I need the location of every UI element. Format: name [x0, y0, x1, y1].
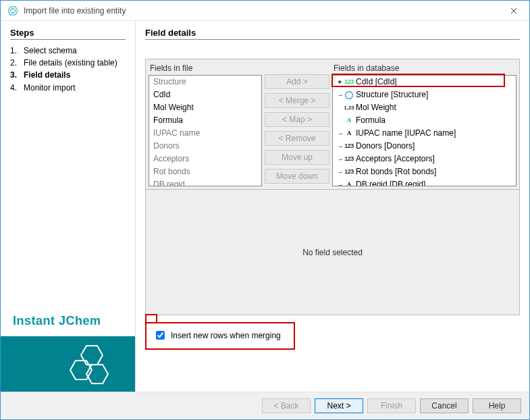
wizard-footer: < Back Next > Finish Cancel Help [1, 392, 529, 419]
move-up-button[interactable]: Move up [265, 150, 329, 165]
list-item[interactable]: IUPAC name [149, 127, 261, 140]
help-button[interactable]: Help [473, 398, 521, 413]
content-heading: Field details [145, 28, 520, 40]
steps-list: 1.Select schema 2.File details (existing… [10, 45, 126, 93]
step-4: 4.Monitor import [10, 82, 126, 93]
app-icon [7, 5, 18, 16]
close-button[interactable] [498, 1, 529, 21]
steps-heading: Steps [10, 28, 126, 40]
window-title: Import file into existing entity [24, 6, 498, 16]
step-3: 3.Field details [10, 70, 126, 80]
list-item[interactable]: →AIUPAC name [IUPAC name] [333, 127, 516, 140]
finish-button[interactable]: Finish [367, 398, 416, 413]
add-button[interactable]: Add > [265, 74, 329, 89]
list-item[interactable]: →ADB regid [DB regid] [333, 178, 516, 186]
list-item[interactable]: Formula [149, 114, 261, 127]
fields-mapping-area: Fields in file StructureCdIdMol WeightFo… [145, 59, 520, 190]
list-item[interactable]: Acceptors [149, 153, 261, 165]
map-button[interactable]: < Map > [265, 112, 329, 127]
list-item[interactable]: Mol Weight [149, 101, 261, 114]
brand-name: Instant JChem [1, 306, 135, 336]
fields-in-file-list[interactable]: StructureCdIdMol WeightFormulaIUPAC name… [149, 75, 262, 186]
insert-rows-checkbox[interactable] [156, 331, 165, 340]
remove-button[interactable]: < Remove [265, 131, 329, 146]
list-item[interactable]: →123Rot bonds [Rot bonds] [333, 165, 516, 178]
next-button[interactable]: Next > [315, 398, 363, 413]
wizard-sidebar: Steps 1.Select schema 2.File details (ex… [1, 21, 136, 392]
step-1: 1.Select schema [10, 45, 126, 56]
fields-in-database-list[interactable]: ✦123CdId [CdId]→Structure [Structure]1,2… [332, 75, 516, 186]
list-item[interactable]: 1,23Mol Weight [333, 101, 516, 114]
svg-marker-2 [81, 346, 103, 365]
cancel-button[interactable]: Cancel [420, 398, 469, 413]
list-item[interactable]: ✦123CdId [CdId] [333, 76, 516, 88]
list-item[interactable]: Rot bonds [149, 165, 261, 178]
insert-rows-checkbox-label[interactable]: Insert new rows when merging [153, 329, 287, 342]
back-button[interactable]: < Back [262, 398, 311, 413]
svg-marker-0 [8, 7, 18, 15]
list-item[interactable]: →Structure [Structure] [333, 88, 516, 101]
list-item[interactable]: AFormula [333, 114, 516, 127]
list-item[interactable]: DB regid [149, 178, 261, 186]
svg-marker-1 [10, 9, 16, 13]
titlebar: Import file into existing entity [1, 1, 529, 21]
list-item[interactable]: CdId [149, 88, 261, 101]
list-item[interactable]: →123Acceptors [Acceptors] [333, 153, 516, 165]
annotation-merge-box: Insert new rows when merging [145, 322, 295, 350]
svg-marker-5 [345, 92, 353, 99]
field-details-pane: No field selected [145, 190, 520, 315]
fields-in-file-label: Fields in file [149, 62, 262, 75]
no-field-selected-text: No field selected [302, 248, 363, 257]
list-item[interactable]: Structure [149, 76, 261, 88]
fields-in-database-label: Fields in database [332, 62, 516, 75]
list-item[interactable]: →123Donors [Donors] [333, 140, 516, 153]
move-down-button[interactable]: Move down [265, 169, 329, 184]
step-2: 2.File details (existing table) [10, 57, 126, 68]
merge-button[interactable]: < Merge > [265, 93, 329, 108]
list-item[interactable]: Donors [149, 140, 261, 153]
brand-footer [1, 336, 135, 392]
